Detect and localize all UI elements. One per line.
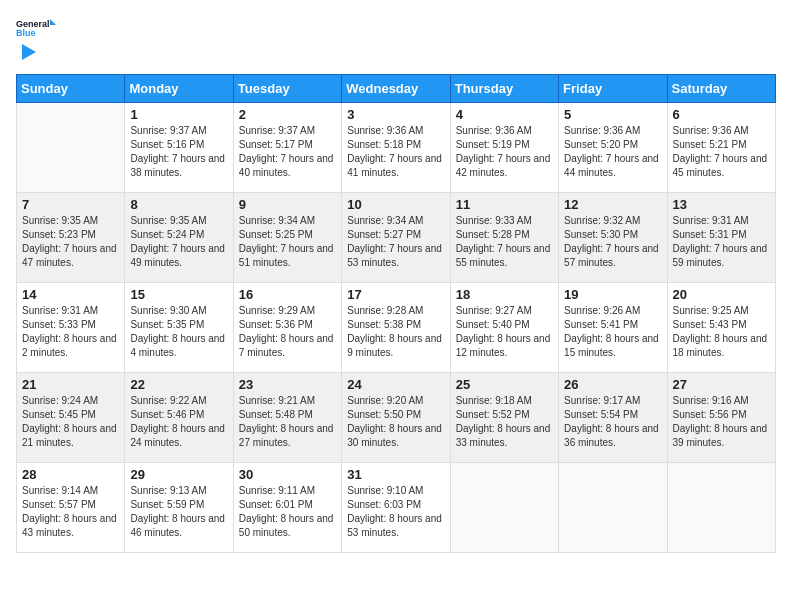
calendar-cell: 6Sunrise: 9:36 AMSunset: 5:21 PMDaylight…: [667, 103, 775, 193]
sunset-text: Sunset: 5:59 PM: [130, 498, 227, 512]
sunset-text: Sunset: 5:56 PM: [673, 408, 770, 422]
cell-info: Sunrise: 9:18 AMSunset: 5:52 PMDaylight:…: [456, 394, 553, 450]
daylight-text: Daylight: 7 hours and 44 minutes.: [564, 152, 661, 180]
cell-info: Sunrise: 9:36 AMSunset: 5:19 PMDaylight:…: [456, 124, 553, 180]
cell-info: Sunrise: 9:21 AMSunset: 5:48 PMDaylight:…: [239, 394, 336, 450]
calendar-week-row: 14Sunrise: 9:31 AMSunset: 5:33 PMDayligh…: [17, 283, 776, 373]
sunrise-text: Sunrise: 9:36 AM: [456, 124, 553, 138]
daylight-text: Daylight: 8 hours and 7 minutes.: [239, 332, 336, 360]
sunset-text: Sunset: 5:16 PM: [130, 138, 227, 152]
calendar-cell: 10Sunrise: 9:34 AMSunset: 5:27 PMDayligh…: [342, 193, 450, 283]
calendar-cell: 15Sunrise: 9:30 AMSunset: 5:35 PMDayligh…: [125, 283, 233, 373]
calendar-cell: [667, 463, 775, 553]
cell-info: Sunrise: 9:37 AMSunset: 5:17 PMDaylight:…: [239, 124, 336, 180]
sunrise-text: Sunrise: 9:31 AM: [673, 214, 770, 228]
sunrise-text: Sunrise: 9:33 AM: [456, 214, 553, 228]
day-number: 29: [130, 467, 227, 482]
sunset-text: Sunset: 5:23 PM: [22, 228, 119, 242]
calendar-cell: 27Sunrise: 9:16 AMSunset: 5:56 PMDayligh…: [667, 373, 775, 463]
day-number: 14: [22, 287, 119, 302]
calendar-cell: 17Sunrise: 9:28 AMSunset: 5:38 PMDayligh…: [342, 283, 450, 373]
sunset-text: Sunset: 6:01 PM: [239, 498, 336, 512]
daylight-text: Daylight: 7 hours and 47 minutes.: [22, 242, 119, 270]
daylight-text: Daylight: 7 hours and 45 minutes.: [673, 152, 770, 180]
daylight-text: Daylight: 7 hours and 53 minutes.: [347, 242, 444, 270]
sunrise-text: Sunrise: 9:13 AM: [130, 484, 227, 498]
cell-info: Sunrise: 9:26 AMSunset: 5:41 PMDaylight:…: [564, 304, 661, 360]
svg-text:Blue: Blue: [16, 28, 36, 38]
sunset-text: Sunset: 5:33 PM: [22, 318, 119, 332]
calendar-cell: 22Sunrise: 9:22 AMSunset: 5:46 PMDayligh…: [125, 373, 233, 463]
sunset-text: Sunset: 5:52 PM: [456, 408, 553, 422]
sunset-text: Sunset: 5:54 PM: [564, 408, 661, 422]
sunrise-text: Sunrise: 9:25 AM: [673, 304, 770, 318]
sunrise-text: Sunrise: 9:24 AM: [22, 394, 119, 408]
daylight-text: Daylight: 8 hours and 46 minutes.: [130, 512, 227, 540]
sunrise-text: Sunrise: 9:34 AM: [347, 214, 444, 228]
cell-info: Sunrise: 9:34 AMSunset: 5:27 PMDaylight:…: [347, 214, 444, 270]
daylight-text: Daylight: 7 hours and 40 minutes.: [239, 152, 336, 180]
calendar-table: SundayMondayTuesdayWednesdayThursdayFrid…: [16, 74, 776, 553]
day-number: 21: [22, 377, 119, 392]
sunrise-text: Sunrise: 9:34 AM: [239, 214, 336, 228]
calendar-cell: 29Sunrise: 9:13 AMSunset: 5:59 PMDayligh…: [125, 463, 233, 553]
sunset-text: Sunset: 5:57 PM: [22, 498, 119, 512]
sunrise-text: Sunrise: 9:16 AM: [673, 394, 770, 408]
cell-info: Sunrise: 9:36 AMSunset: 5:18 PMDaylight:…: [347, 124, 444, 180]
calendar-cell: 13Sunrise: 9:31 AMSunset: 5:31 PMDayligh…: [667, 193, 775, 283]
calendar-cell: [450, 463, 558, 553]
daylight-text: Daylight: 8 hours and 36 minutes.: [564, 422, 661, 450]
day-number: 27: [673, 377, 770, 392]
calendar-cell: 14Sunrise: 9:31 AMSunset: 5:33 PMDayligh…: [17, 283, 125, 373]
sunset-text: Sunset: 5:25 PM: [239, 228, 336, 242]
day-number: 2: [239, 107, 336, 122]
calendar-cell: 3Sunrise: 9:36 AMSunset: 5:18 PMDaylight…: [342, 103, 450, 193]
svg-marker-3: [22, 44, 36, 60]
sunset-text: Sunset: 5:28 PM: [456, 228, 553, 242]
cell-info: Sunrise: 9:35 AMSunset: 5:23 PMDaylight:…: [22, 214, 119, 270]
day-number: 23: [239, 377, 336, 392]
sunset-text: Sunset: 5:46 PM: [130, 408, 227, 422]
daylight-text: Daylight: 8 hours and 21 minutes.: [22, 422, 119, 450]
calendar-cell: 23Sunrise: 9:21 AMSunset: 5:48 PMDayligh…: [233, 373, 341, 463]
daylight-text: Daylight: 7 hours and 55 minutes.: [456, 242, 553, 270]
calendar-cell: 16Sunrise: 9:29 AMSunset: 5:36 PMDayligh…: [233, 283, 341, 373]
logo-arrow-icon: [18, 42, 38, 62]
calendar-cell: 24Sunrise: 9:20 AMSunset: 5:50 PMDayligh…: [342, 373, 450, 463]
cell-info: Sunrise: 9:13 AMSunset: 5:59 PMDaylight:…: [130, 484, 227, 540]
calendar-cell: 8Sunrise: 9:35 AMSunset: 5:24 PMDaylight…: [125, 193, 233, 283]
daylight-text: Daylight: 8 hours and 50 minutes.: [239, 512, 336, 540]
calendar-cell: 18Sunrise: 9:27 AMSunset: 5:40 PMDayligh…: [450, 283, 558, 373]
cell-info: Sunrise: 9:36 AMSunset: 5:20 PMDaylight:…: [564, 124, 661, 180]
calendar-cell: 11Sunrise: 9:33 AMSunset: 5:28 PMDayligh…: [450, 193, 558, 283]
day-number: 19: [564, 287, 661, 302]
sunrise-text: Sunrise: 9:35 AM: [22, 214, 119, 228]
sunrise-text: Sunrise: 9:37 AM: [239, 124, 336, 138]
sunset-text: Sunset: 5:21 PM: [673, 138, 770, 152]
daylight-text: Daylight: 8 hours and 39 minutes.: [673, 422, 770, 450]
sunset-text: Sunset: 5:35 PM: [130, 318, 227, 332]
sunrise-text: Sunrise: 9:35 AM: [130, 214, 227, 228]
day-number: 17: [347, 287, 444, 302]
day-header-friday: Friday: [559, 75, 667, 103]
sunrise-text: Sunrise: 9:22 AM: [130, 394, 227, 408]
sunset-text: Sunset: 5:31 PM: [673, 228, 770, 242]
cell-info: Sunrise: 9:27 AMSunset: 5:40 PMDaylight:…: [456, 304, 553, 360]
sunset-text: Sunset: 5:38 PM: [347, 318, 444, 332]
cell-info: Sunrise: 9:33 AMSunset: 5:28 PMDaylight:…: [456, 214, 553, 270]
calendar-week-row: 21Sunrise: 9:24 AMSunset: 5:45 PMDayligh…: [17, 373, 776, 463]
day-number: 16: [239, 287, 336, 302]
calendar-cell: 31Sunrise: 9:10 AMSunset: 6:03 PMDayligh…: [342, 463, 450, 553]
cell-info: Sunrise: 9:17 AMSunset: 5:54 PMDaylight:…: [564, 394, 661, 450]
daylight-text: Daylight: 7 hours and 49 minutes.: [130, 242, 227, 270]
sunrise-text: Sunrise: 9:10 AM: [347, 484, 444, 498]
cell-info: Sunrise: 9:36 AMSunset: 5:21 PMDaylight:…: [673, 124, 770, 180]
day-number: 13: [673, 197, 770, 212]
page-header: General Blue: [16, 16, 776, 62]
daylight-text: Daylight: 7 hours and 57 minutes.: [564, 242, 661, 270]
sunrise-text: Sunrise: 9:37 AM: [130, 124, 227, 138]
calendar-cell: 7Sunrise: 9:35 AMSunset: 5:23 PMDaylight…: [17, 193, 125, 283]
sunset-text: Sunset: 5:40 PM: [456, 318, 553, 332]
day-number: 5: [564, 107, 661, 122]
cell-info: Sunrise: 9:31 AMSunset: 5:33 PMDaylight:…: [22, 304, 119, 360]
